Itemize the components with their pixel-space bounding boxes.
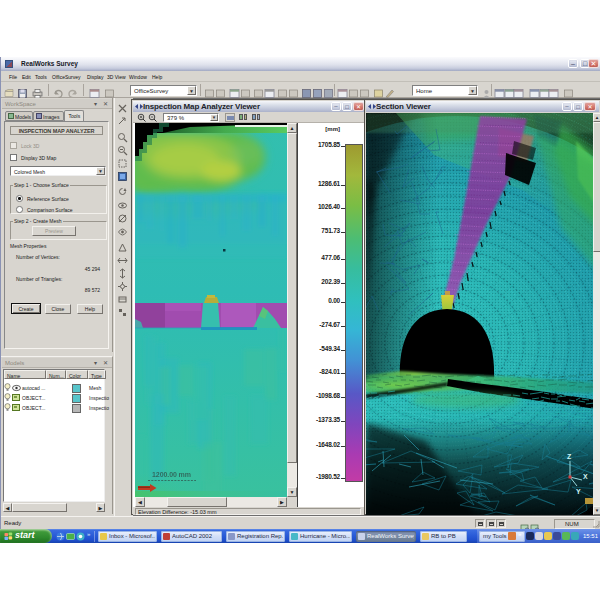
svg-text:Y: Y — [576, 488, 581, 495]
svg-text:X: X — [583, 473, 588, 480]
svg-text:1200.00 mm: 1200.00 mm — [152, 471, 191, 478]
svg-text:Z: Z — [567, 453, 572, 460]
